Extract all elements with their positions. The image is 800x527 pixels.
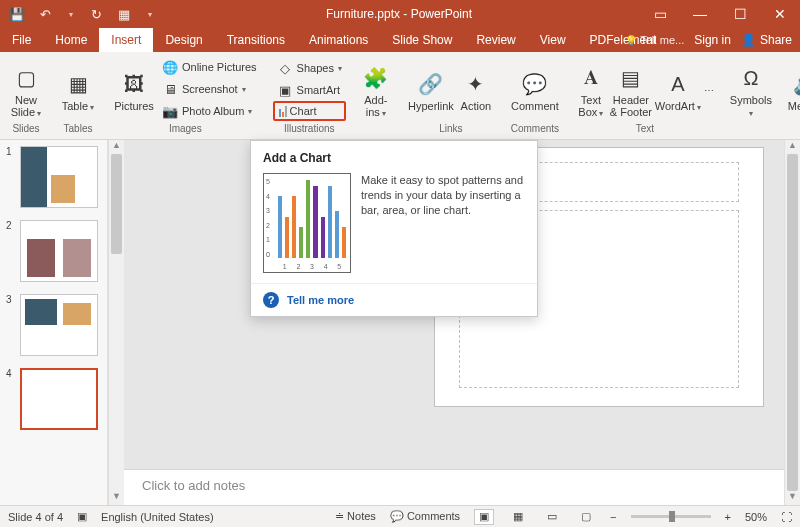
- scroll-down-icon[interactable]: ▼: [109, 491, 124, 505]
- addins-label: Add- ins: [364, 94, 387, 119]
- hyperlink-button[interactable]: 🔗Hyperlink: [406, 66, 456, 112]
- photo-album-button[interactable]: 📷Photo Album: [158, 100, 261, 122]
- sign-in-link[interactable]: Sign in: [694, 33, 731, 47]
- zoom-level[interactable]: 50%: [745, 511, 767, 523]
- tell-me-search[interactable]: Tell me...: [625, 34, 684, 46]
- screenshot-icon: 🖥: [162, 81, 178, 97]
- undo-dropdown-icon[interactable]: ▾: [62, 10, 79, 19]
- maximize-icon[interactable]: ☐: [720, 0, 760, 28]
- tooltip-title: Add a Chart: [251, 141, 537, 169]
- action-button[interactable]: ✦Action: [456, 66, 496, 112]
- tab-animations[interactable]: Animations: [297, 28, 380, 52]
- photo-album-icon: 📷: [162, 103, 178, 119]
- header-footer-icon: ▤: [617, 64, 645, 92]
- share-label: Share: [760, 33, 792, 47]
- addins-button[interactable]: 🧩 Add- ins: [358, 60, 394, 119]
- thumbnail-3[interactable]: 3: [6, 294, 101, 356]
- tooltip-chart-preview: 543210 12345: [263, 173, 351, 273]
- table-button[interactable]: ▦ Table: [58, 66, 98, 112]
- tables-group-label: Tables: [52, 123, 104, 139]
- online-pictures-button[interactable]: 🌐Online Pictures: [158, 56, 261, 78]
- thumbnail-1[interactable]: 1: [6, 146, 101, 208]
- close-icon[interactable]: ✕: [760, 0, 800, 28]
- tell-me-more-label: Tell me more: [287, 294, 354, 306]
- tab-review[interactable]: Review: [464, 28, 527, 52]
- sorter-view-icon[interactable]: ▦: [508, 509, 528, 525]
- help-icon: ?: [263, 292, 279, 308]
- tab-insert[interactable]: Insert: [99, 28, 153, 52]
- fit-to-window-icon[interactable]: ⛶: [781, 511, 792, 523]
- save-icon[interactable]: 💾: [6, 3, 28, 25]
- qat-customize-icon[interactable]: ▾: [141, 10, 158, 19]
- reading-view-icon[interactable]: ▭: [542, 509, 562, 525]
- pictures-label: Pictures: [114, 100, 154, 112]
- zoom-slider[interactable]: [631, 515, 711, 518]
- scroll-up-icon[interactable]: ▲: [785, 140, 800, 154]
- tab-design[interactable]: Design: [153, 28, 214, 52]
- wordart-icon: A: [664, 70, 692, 98]
- zoom-out-button[interactable]: −: [610, 511, 616, 523]
- tab-transitions[interactable]: Transitions: [215, 28, 297, 52]
- chart-label: Chart: [290, 105, 317, 117]
- tab-file[interactable]: File: [0, 28, 43, 52]
- comments-group-label: Comments: [502, 123, 568, 139]
- thumbnails-scrollbar[interactable]: ▲ ▼: [108, 140, 124, 505]
- shapes-button[interactable]: ◇Shapes: [273, 57, 346, 79]
- shapes-icon: ◇: [277, 60, 293, 76]
- tab-slideshow[interactable]: Slide Show: [380, 28, 464, 52]
- media-button[interactable]: 🔊Media: [786, 66, 800, 112]
- table-icon: ▦: [64, 70, 92, 98]
- thumbnail-4[interactable]: 4: [6, 368, 101, 430]
- media-icon: 🔊: [792, 70, 800, 98]
- images-group-label: Images: [104, 123, 267, 139]
- symbols-button[interactable]: ΩSymbols: [728, 60, 774, 118]
- tab-home[interactable]: Home: [43, 28, 99, 52]
- comment-icon: 💬: [521, 70, 549, 98]
- thumbnail-2[interactable]: 2: [6, 220, 101, 282]
- slides-group-label: Slides: [0, 123, 52, 139]
- text-group-label: Text: [568, 123, 722, 139]
- tell-me-more-link[interactable]: ? Tell me more: [251, 283, 537, 316]
- language-indicator[interactable]: English (United States): [101, 511, 214, 523]
- header-footer-button[interactable]: ▤Header & Footer: [608, 60, 654, 118]
- screenshot-button[interactable]: 🖥Screenshot: [158, 78, 261, 100]
- window-title: Furniture.pptx - PowerPoint: [158, 7, 640, 21]
- scroll-thumb[interactable]: [787, 154, 798, 491]
- textbox-button[interactable]: 𝐀Text Box: [574, 60, 608, 119]
- scroll-up-icon[interactable]: ▲: [109, 140, 124, 154]
- redo-icon[interactable]: ↻: [85, 3, 107, 25]
- slide-thumbnails-panel: 1 2 3 4: [0, 140, 108, 505]
- notes-pane[interactable]: Click to add notes: [124, 469, 784, 505]
- zoom-in-button[interactable]: +: [725, 511, 731, 523]
- scroll-thumb[interactable]: [111, 154, 122, 254]
- illustrations-group-label: Illustrations: [267, 123, 352, 139]
- share-icon: 👤: [741, 33, 756, 47]
- new-slide-button[interactable]: ▢ New Slide: [6, 60, 46, 119]
- start-from-beginning-icon[interactable]: ▦: [113, 3, 135, 25]
- normal-view-icon[interactable]: ▣: [474, 509, 494, 525]
- spellcheck-icon[interactable]: ▣: [77, 510, 87, 523]
- slide-indicator[interactable]: Slide 4 of 4: [8, 511, 63, 523]
- slideshow-view-icon[interactable]: ▢: [576, 509, 596, 525]
- smartart-button[interactable]: ▣SmartArt: [273, 79, 346, 101]
- chart-button[interactable]: Chart: [273, 101, 346, 121]
- links-group-label: Links: [400, 123, 502, 139]
- tab-view[interactable]: View: [528, 28, 578, 52]
- ribbon: ▢ New Slide Slides ▦ Table Tables 🖼 Pict…: [0, 52, 800, 140]
- chart-icon: [279, 105, 287, 117]
- minimize-icon[interactable]: —: [680, 0, 720, 28]
- action-icon: ✦: [462, 70, 490, 98]
- undo-icon[interactable]: ↶: [34, 3, 56, 25]
- notes-toggle[interactable]: ≐ Notes: [335, 510, 376, 523]
- ribbon-options-icon[interactable]: ▭: [640, 0, 680, 28]
- new-slide-label: New Slide: [11, 94, 42, 119]
- text-more-button[interactable]: ⋯: [702, 72, 716, 106]
- textbox-icon: 𝐀: [577, 64, 605, 92]
- scroll-down-icon[interactable]: ▼: [785, 491, 800, 505]
- pictures-button[interactable]: 🖼 Pictures: [110, 66, 158, 112]
- comments-toggle[interactable]: 💬 Comments: [390, 510, 460, 523]
- canvas-scrollbar[interactable]: ▲ ▼: [784, 140, 800, 505]
- comment-button[interactable]: 💬Comment: [508, 66, 562, 112]
- chart-tooltip: Add a Chart 543210 12345 Make it easy to…: [250, 140, 538, 317]
- share-button[interactable]: 👤 Share: [741, 33, 792, 47]
